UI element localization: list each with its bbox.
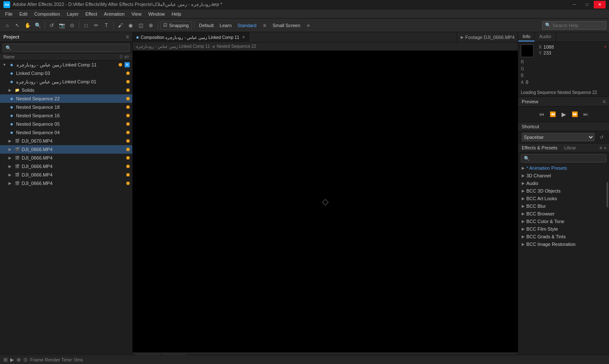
goto-start-button[interactable]: ⏮ [537,110,546,119]
shortcut-content: Spacebar Enter 0 ↺ [518,131,609,143]
workspace-default[interactable]: Default [197,23,217,28]
goto-end-button[interactable]: ⏭ [581,110,590,119]
footage-tab[interactable]: ▶ Footage DJI_0666.MP4 [457,32,518,42]
breadcrumb-root[interactable]: زمین عباس - رودبارچره Linked Comp 11 [136,44,210,49]
project-item-nested22[interactable]: ◆ Nested Sequence 22 [0,94,132,103]
item-badge [126,97,130,100]
project-item-nested05[interactable]: ◆ Nested Sequence 05 [0,120,132,128]
workspace-more[interactable]: » [304,21,313,30]
project-item-dji0670[interactable]: ▶ 🎬 DJI_0670.MP4 [0,137,132,145]
workspace-options[interactable]: ≡ [260,21,269,30]
select-tool[interactable]: ↖ [13,21,22,30]
menu-edit[interactable]: Edit [16,11,31,17]
workspace-learn[interactable]: Learn [217,23,234,28]
zoom-tool[interactable]: 🔍 [33,21,42,30]
effects-cat-bcc3d[interactable]: ▶ BCC 3D Objects [518,187,609,195]
comp-tab-active[interactable]: ◆ Composition زمین عباس - رودبارچره Link… [133,32,249,42]
brush-tool[interactable]: 🖌 [116,21,125,30]
preview-controls: ⏮ ⏪ ▶ ⏩ ⏭ [518,107,609,122]
effects-cat-animation[interactable]: ▶ * Animation Presets [518,164,609,172]
shortcut-section: Shortcut Spacebar Enter 0 ↺ [518,122,609,143]
project-item-linked-comp-03[interactable]: ◆ Linked Comp 03 [0,69,132,77]
project-item-linked-comp-01[interactable]: ◆ زمین عباس - رودبارچره Linked Comp 01 [0,77,132,86]
menu-layer[interactable]: Layer [64,11,82,17]
home-button[interactable]: ⌂ [3,21,12,30]
step-forward-button[interactable]: ⏩ [570,110,579,119]
menu-effect[interactable]: Effect [82,11,100,17]
project-item-linked-comp-11[interactable]: ▼ ◆ زمین عباس - رودبارچره Linked Comp 11… [0,61,132,69]
viewer-canvas[interactable]: ◇ [133,51,518,352]
snapping-toggle[interactable]: ☑ Snapping [160,21,192,30]
status-icon-4: ⊙ [23,357,28,363]
eraser-tool[interactable]: ◫ [136,21,145,30]
sort-icon[interactable]: ▽ [120,55,123,59]
cat-arrow-icon: ▶ [522,181,525,185]
left-panel: Project ≡ 🔍 Name ▽ 🏷 ▼ ◆ زمین عباس - رود… [0,32,133,364]
project-item-nested16[interactable]: ◆ Nested Sequence 16 [0,111,132,120]
project-search-input[interactable] [13,45,127,50]
comp-tab-icon: ◆ [136,35,139,39]
camera-tool[interactable]: 📷 [57,21,67,30]
comp-icon: ◆ [8,104,14,110]
workspace-smallscreen[interactable]: Small Screen [270,23,303,28]
minimize-button[interactable]: ─ [568,1,580,8]
project-menu-icon[interactable]: ≡ [126,34,129,40]
effects-presets-tab[interactable]: Effects & Presets [518,143,561,152]
orbit-tool[interactable]: ⊙ [67,21,77,30]
shortcut-reset-button[interactable]: ↺ [597,133,606,141]
cat-arrow-icon: ▶ [522,204,525,208]
preview-menu-icon[interactable]: ≡ [603,99,606,105]
effects-menu-icon[interactable]: ≡ [599,145,602,150]
menu-composition[interactable]: Composition [31,11,64,17]
menu-animation[interactable]: Animation [100,11,128,17]
footage-icon: 🎬 [14,172,20,178]
project-item-dji0666-4[interactable]: ▶ 🎬 DJI_0666.MP4 [0,171,132,179]
project-item-nested18[interactable]: ◆ Nested Sequence 18 [0,103,132,111]
project-item-solids[interactable]: ▶ 📁 Solids [0,86,132,94]
effects-cat-label: BCC Grads & Tints [526,234,566,239]
pen-tool[interactable]: ✏ [92,21,101,30]
mask-tool[interactable]: □ [81,21,91,30]
step-back-button[interactable]: ⏪ [548,110,557,119]
effects-cat-bccimage[interactable]: ▶ BCC Image Restoration [518,240,609,248]
project-item-dji0666-3[interactable]: ▶ 🎬 DJI_0666.MP4 [0,162,132,171]
menu-view[interactable]: View [128,11,145,17]
effects-cat-bccblur[interactable]: ▶ BCC Blur [518,202,609,210]
breadcrumb-nested[interactable]: Nested Sequence 22 [217,44,256,49]
hand-tool[interactable]: ✋ [23,21,32,30]
menu-window[interactable]: Window [145,11,168,17]
audio-tab[interactable]: Audio [535,32,556,41]
menu-file[interactable]: File [2,11,16,17]
comp-tab-close[interactable]: ✕ [242,35,245,39]
effects-cat-bccbrowser[interactable]: ▶ BCC Browser [518,210,609,218]
effects-more-icon[interactable]: » [604,145,606,150]
effects-cat-bccfilm[interactable]: ▶ BCC Film Style [518,225,609,233]
effects-cat-bccart[interactable]: ▶ BCC Art Looks [518,195,609,202]
project-item-nested04[interactable]: ◆ Nested Sequence 04 [0,128,132,137]
project-item-dji0666-2[interactable]: ▶ 🎬 DJI_0666.MP4 [0,154,132,162]
effects-cat-bccgrads[interactable]: ▶ BCC Grads & Tints [518,233,609,240]
info-tab[interactable]: Info [518,32,535,41]
search-input[interactable] [553,23,603,28]
play-button[interactable]: ▶ [559,110,568,119]
library-tab[interactable]: Librar [561,143,579,152]
effects-cat-bccolor[interactable]: ▶ BCC Color & Tone [518,218,609,225]
effects-cat-audio[interactable]: ▶ Audio [518,179,609,187]
effects-scrollbar[interactable] [606,182,608,207]
shortcut-select[interactable]: Spacebar Enter 0 [522,133,595,141]
effects-search-input[interactable] [531,156,603,161]
text-tool[interactable]: T [102,21,111,30]
project-item-dji0666-5[interactable]: ▶ 🎬 DJI_0666.MP4 [0,179,132,188]
menu-help[interactable]: Help [168,11,185,17]
render-time-label: Frame Render Time: 0ms [30,357,83,362]
workspace-standard[interactable]: Standard [235,23,259,28]
cat-arrow-icon: ▶ [522,212,525,216]
effects-cat-3dchannel[interactable]: ▶ 3D Channel [518,172,609,179]
rotate-tool[interactable]: ↺ [47,21,56,30]
toolbar-separator-4 [158,22,158,29]
puppet-tool[interactable]: ⊕ [146,21,156,30]
maximize-button[interactable]: □ [581,1,593,8]
project-item-dji0666-1[interactable]: ▶ 🎬 DJI_0666.MP4 [0,145,132,154]
stamp-tool[interactable]: ◉ [126,21,135,30]
close-button[interactable]: ✕ [594,1,606,8]
